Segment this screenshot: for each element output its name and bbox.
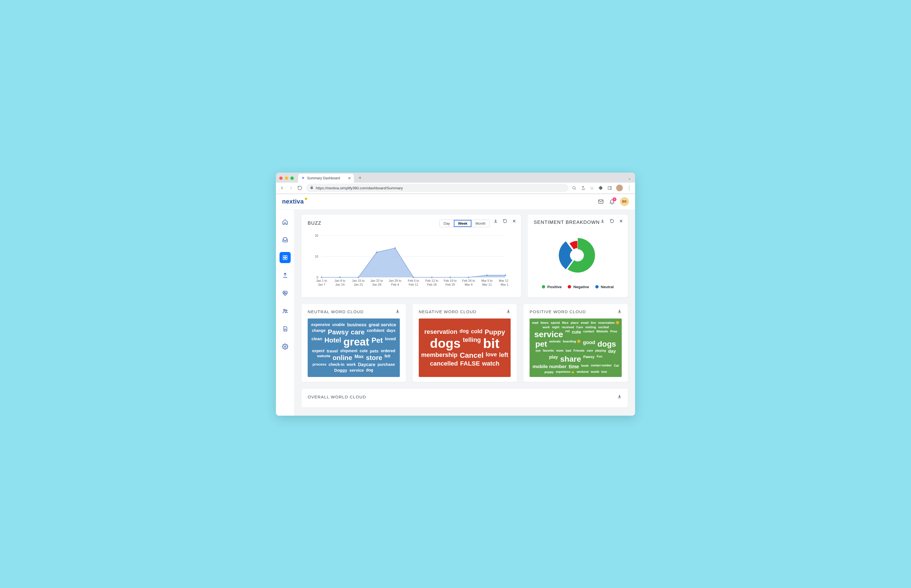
close-icon[interactable]: ✕ — [512, 218, 516, 224]
browser-chrome: ✕ Summary Dashboard ✕ + ⌄ https://nextiv… — [276, 173, 635, 194]
nav-back-icon[interactable] — [279, 185, 285, 191]
nav-forward-icon — [288, 185, 294, 191]
cloud-word: email — [581, 321, 589, 325]
sidebar-item-users[interactable] — [279, 305, 291, 317]
negative-cloud-card: NEGATIVE WORD CLOUD reservationdogcoldPu… — [413, 304, 517, 382]
download-icon[interactable] — [506, 309, 510, 315]
svg-point-18 — [358, 276, 359, 278]
svg-text:Jan 28: Jan 28 — [372, 283, 381, 286]
zoom-icon[interactable] — [572, 186, 577, 191]
download-icon[interactable] — [617, 394, 622, 400]
address-bar: https://nextiva.simplify360.com/dashboar… — [276, 183, 635, 194]
toggle-week[interactable]: Week — [454, 220, 472, 227]
svg-text:Jan 22 to: Jan 22 to — [370, 279, 383, 282]
svg-text:Mar 4: Mar 4 — [465, 283, 472, 286]
refresh-icon[interactable] — [610, 218, 614, 224]
sidebar-item-inbox[interactable] — [279, 234, 291, 245]
sentiment-donut-chart — [550, 230, 606, 278]
sidepanel-icon[interactable] — [607, 186, 612, 191]
cloud-word: time — [569, 364, 579, 370]
cloud-word: contact — [583, 330, 594, 339]
toggle-day[interactable]: Day — [439, 220, 454, 227]
cloud-word: Care — [576, 326, 583, 329]
positive-cloud: madtimesspendNiceplaceemaillivereservati… — [530, 318, 622, 377]
svg-point-26 — [505, 275, 506, 276]
cloud-word: Pet — [372, 337, 383, 348]
word-clouds-row: NEUTRAL WORD CLOUD expensiveunablebusine… — [302, 304, 628, 382]
cloud-word: travel — [327, 349, 338, 353]
nav-reload-icon[interactable] — [297, 185, 303, 191]
cloud-word: day — [608, 349, 616, 354]
download-icon[interactable] — [600, 218, 605, 224]
cloud-word: mad — [532, 321, 538, 325]
svg-text:Mar 11: Mar 11 — [482, 283, 492, 286]
cloud-word: mom — [556, 349, 564, 354]
download-icon[interactable] — [617, 309, 622, 315]
sidebar-item-settings[interactable] — [279, 341, 291, 352]
cloud-word: days — [386, 328, 395, 336]
cloud-word: work — [347, 362, 356, 367]
mail-icon[interactable] — [598, 199, 604, 205]
overall-cloud-section: OVERALL WORLD CLOUD — [302, 389, 628, 408]
cloud-word: favorite — [543, 349, 554, 354]
svg-point-17 — [339, 276, 341, 278]
download-icon[interactable] — [395, 309, 400, 315]
extensions-icon[interactable] — [598, 186, 603, 191]
sidebar-item-health[interactable] — [279, 288, 291, 299]
close-icon[interactable]: ✕ — [619, 218, 623, 224]
logo[interactable]: nextiva — [282, 198, 307, 205]
profile-avatar-icon[interactable] — [616, 184, 623, 191]
new-tab-button[interactable]: + — [356, 174, 364, 182]
tab-close-icon[interactable]: ✕ — [348, 176, 351, 180]
cloud-word: website — [317, 354, 331, 361]
cloud-word: live — [591, 321, 596, 325]
window-minimize-icon[interactable] — [285, 176, 288, 180]
sidebar-item-dashboard[interactable] — [279, 252, 291, 263]
cloud-word: Friends — [573, 349, 585, 354]
cloud-word: ordered — [381, 349, 395, 353]
refresh-icon[interactable] — [503, 218, 507, 224]
cloud-word: felt — [384, 354, 390, 361]
cloud-word: visiting — [585, 326, 596, 329]
sentiment-card: SENTIMENT BREAKDOWN ✕ Positive Negative … — [528, 215, 628, 297]
url-input[interactable]: https://nextiva.simplify360.com/dashboar… — [306, 184, 568, 192]
browser-window: ✕ Summary Dashboard ✕ + ⌄ https://nextiv… — [276, 173, 635, 416]
sidebar-item-upload[interactable] — [279, 270, 291, 281]
svg-rect-3 — [283, 255, 284, 257]
share-icon[interactable] — [580, 186, 586, 191]
download-icon[interactable] — [493, 218, 498, 224]
cloud-word: reservation 😊 — [598, 321, 619, 325]
svg-text:Feb 5 to: Feb 5 to — [408, 279, 419, 282]
cloud-word: left — [499, 352, 509, 359]
cloud-word: purchase — [378, 362, 395, 367]
sidebar-item-reports[interactable] — [279, 323, 291, 334]
tab-favicon-icon: ✕ — [301, 176, 305, 180]
user-avatar[interactable]: BK — [620, 197, 629, 206]
cloud-word: Nice — [562, 321, 568, 325]
svg-text:Jan 8 to: Jan 8 to — [334, 279, 345, 282]
svg-text:Feb 26 to: Feb 26 to — [462, 279, 475, 282]
cloud-word: cold — [471, 328, 483, 336]
sidebar-item-home[interactable] — [279, 216, 291, 228]
browser-tab[interactable]: ✕ Summary Dashboard ✕ — [298, 174, 354, 183]
sentiment-legend: Positive Negative Neutral — [542, 285, 614, 289]
cloud-word: Website — [596, 330, 608, 339]
cloud-word: great service — [368, 323, 396, 328]
svg-text:Feb 25: Feb 25 — [446, 283, 455, 286]
cloud-word: Daycare — [358, 362, 375, 367]
window-close-icon[interactable] — [279, 176, 283, 180]
window-maximize-icon[interactable] — [291, 176, 294, 180]
legend-positive: Positive — [542, 285, 562, 289]
toggle-month[interactable]: Month — [472, 220, 489, 227]
bookmark-star-icon[interactable]: ☆ — [590, 186, 594, 191]
cloud-word: times — [540, 321, 549, 325]
cloud-word: cute — [572, 330, 581, 339]
tabs-overflow-icon[interactable]: ⌄ — [628, 176, 632, 180]
cloud-word: store — [366, 354, 382, 361]
cloud-word: playing — [595, 349, 606, 354]
bell-icon[interactable]: 0 — [609, 199, 615, 205]
cloud-word: Hotel — [325, 337, 341, 348]
cloud-word: Puppy — [485, 328, 505, 336]
browser-menu-icon[interactable]: ⋮ — [627, 186, 632, 191]
cloud-word: unable — [333, 323, 345, 328]
